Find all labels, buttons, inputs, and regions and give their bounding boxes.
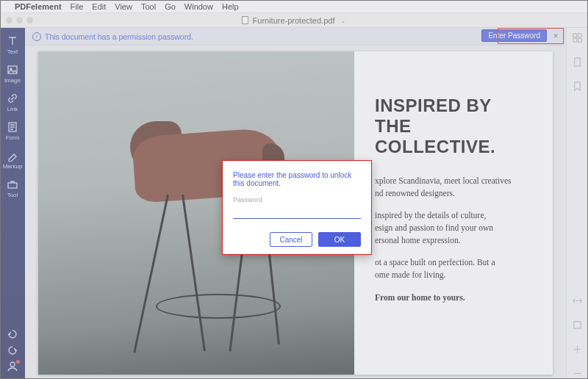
ok-button[interactable]: OK: [318, 232, 361, 247]
password-dialog: Please enter the password to unlock this…: [222, 160, 372, 255]
cancel-button[interactable]: Cancel: [270, 232, 312, 247]
password-label: Password: [233, 196, 361, 203]
dialog-prompt: Please enter the password to unlock this…: [233, 171, 361, 187]
password-input[interactable]: [233, 205, 361, 219]
